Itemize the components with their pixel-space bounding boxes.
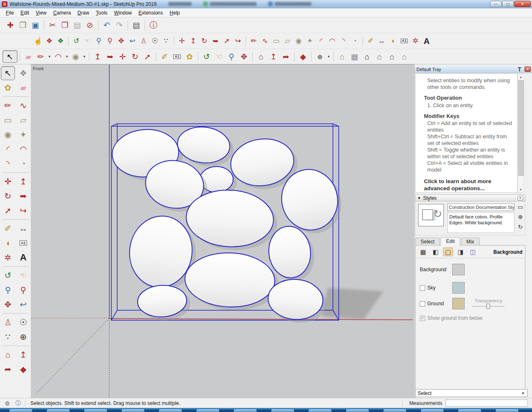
share-model-button[interactable]: ↥ (16, 348, 30, 362)
follow-me-button[interactable]: ➥ (104, 50, 116, 63)
cut-button[interactable]: ✂ (46, 19, 59, 32)
zoom-window-tool[interactable]: ⚲ (16, 283, 30, 297)
open-button[interactable]: ❐ (17, 19, 29, 32)
zoom-extents-button[interactable]: ✥ (116, 35, 127, 47)
account-button[interactable]: ☻ (314, 50, 326, 63)
extension-warehouse-button[interactable]: ◆ (297, 50, 309, 63)
menu-item-edit[interactable]: Edit (17, 9, 32, 17)
paste-button[interactable]: ▤ (71, 19, 84, 32)
scale-button[interactable]: ➚ (141, 50, 154, 63)
sky-color-swatch[interactable] (452, 282, 465, 294)
scale-button[interactable]: ➚ (221, 35, 232, 47)
position-camera-button[interactable]: ♙ (138, 35, 149, 47)
stone-10[interactable] (184, 251, 276, 308)
zoom-window-button[interactable]: ⚲ (104, 35, 116, 47)
offset-tool[interactable]: ↪ (16, 204, 30, 218)
push-pull-button[interactable]: ↥ (187, 35, 199, 47)
menu-item-tools[interactable]: Tools (93, 9, 111, 17)
paint-bucket-button[interactable]: ✿ (183, 50, 196, 63)
zoom-extents-tool[interactable]: ✥ (1, 297, 15, 311)
obscured-titlebar-item-3[interactable] (268, 2, 311, 6)
circle-tool[interactable]: ◉ (1, 128, 15, 142)
dynamic-components-button[interactable]: ❖ (55, 35, 66, 47)
taskbar-button[interactable] (121, 409, 145, 412)
extension-warehouse-button[interactable]: ◆ (16, 362, 30, 376)
menu-item-file[interactable]: File (2, 9, 17, 17)
threed-warehouse-button[interactable]: ⌂ (255, 50, 267, 63)
polygon-tool[interactable]: ✦ (16, 128, 30, 142)
zoom-button[interactable]: ⚲ (93, 35, 104, 47)
text-button[interactable]: A1 (399, 35, 410, 47)
tape-measure-tool[interactable]: ✐ (1, 221, 15, 235)
rotate-button[interactable]: ↻ (129, 50, 141, 63)
pie-button[interactable]: ◔ (349, 35, 360, 47)
offset-button[interactable]: ↪ (232, 35, 244, 47)
obscured-titlebar-item-1[interactable] (168, 2, 192, 6)
make-component-tool[interactable]: ❖ (16, 66, 30, 80)
scale-tool[interactable]: ➚ (1, 204, 15, 218)
polygon-button[interactable]: ✦ (304, 35, 315, 47)
axes-tool[interactable]: ✲ (1, 250, 15, 265)
learn-more-link[interactable]: Click to learn about more advanced opera… (424, 178, 515, 192)
taskbar-button[interactable] (346, 409, 369, 412)
taskbar-button[interactable] (383, 409, 406, 412)
orbit-button[interactable]: ↺ (200, 50, 213, 63)
wallstone-rocks[interactable] (111, 125, 347, 325)
style-select-combobox[interactable]: Select ▼ (415, 389, 527, 397)
two-point-arc-tool[interactable]: ◠ (16, 142, 30, 156)
arc-tool[interactable]: ◜ (1, 142, 15, 156)
view-back-button[interactable]: ⌂ (386, 50, 398, 63)
measurements-input[interactable] (446, 400, 528, 407)
select-button[interactable]: ↖ (2, 50, 17, 63)
tray-close-icon[interactable]: ✕ (525, 66, 531, 72)
new-button[interactable]: ✚ (4, 19, 17, 32)
three-d-text-tool[interactable]: A (16, 250, 30, 265)
shape-menu-button[interactable]: ◉ (69, 50, 82, 63)
style-name-field[interactable]: Construction Documentation Sty (447, 204, 515, 211)
update-style-icon[interactable]: ↻ (517, 223, 524, 231)
model-canvas[interactable] (31, 65, 414, 398)
maximize-button[interactable]: ▢ (502, 1, 514, 7)
push-pull-button[interactable]: ↥ (91, 50, 104, 63)
taskbar-button[interactable] (234, 409, 257, 412)
orbit-tool[interactable]: ↺ (1, 268, 15, 282)
two-point-arc-button[interactable]: ◠ (327, 35, 338, 47)
secondary-pane-icon[interactable]: ▭ (517, 203, 524, 211)
transparency-slider[interactable] (472, 303, 505, 309)
menu-item-window[interactable]: Window (111, 9, 135, 17)
view-left-button[interactable]: ⌂ (398, 50, 411, 63)
axes-button[interactable]: ✲ (410, 35, 421, 47)
protractor-tool[interactable]: ◖ (1, 236, 15, 250)
styles-close-icon[interactable]: ✕ (517, 196, 523, 201)
model-info-button[interactable]: ⓘ (147, 19, 160, 32)
pan-tool[interactable]: ☜ (16, 268, 30, 282)
face-settings-icon[interactable]: ◧ (431, 248, 441, 256)
line-button[interactable]: ✏ (248, 35, 259, 47)
arc-menu-arrow[interactable]: ▾ (64, 50, 69, 63)
sky-checkbox[interactable] (420, 285, 425, 291)
select-tool[interactable]: ↖ (1, 66, 15, 80)
arc-menu-button[interactable]: ◠ (52, 50, 64, 63)
copy-button[interactable]: ❒ (59, 19, 71, 32)
undo-button[interactable]: ↶ (101, 19, 113, 32)
erase-button[interactable]: ⊘ (84, 19, 96, 32)
pan-button[interactable]: ☜ (213, 50, 225, 63)
edge-settings-icon[interactable]: ▦ (418, 248, 428, 256)
taskbar-button[interactable] (84, 409, 107, 412)
tape-measure-button[interactable]: ✐ (365, 35, 376, 47)
windows-taskbar[interactable] (0, 408, 532, 412)
text-button[interactable]: A1 (171, 50, 183, 63)
taskbar-button[interactable] (271, 409, 294, 412)
three-point-arc-tool[interactable]: ◝ (1, 157, 15, 171)
follow-me-button[interactable]: ➥ (210, 35, 221, 47)
scroll-up-icon[interactable]: ▲ (518, 74, 524, 80)
dimension-tool[interactable]: ↔ (16, 221, 30, 235)
slider-thumb[interactable] (486, 304, 490, 309)
zoom-button[interactable]: ⚲ (225, 50, 238, 63)
menu-item-draw[interactable]: Draw (74, 9, 93, 17)
menu-item-view[interactable]: View (32, 9, 50, 17)
shape-menu-arrow[interactable]: ▾ (82, 50, 87, 63)
menu-item-camera[interactable]: Camera (50, 9, 74, 17)
share-component-button[interactable]: ➦ (280, 50, 292, 63)
create-new-style-icon[interactable]: ⊕ (517, 213, 524, 221)
